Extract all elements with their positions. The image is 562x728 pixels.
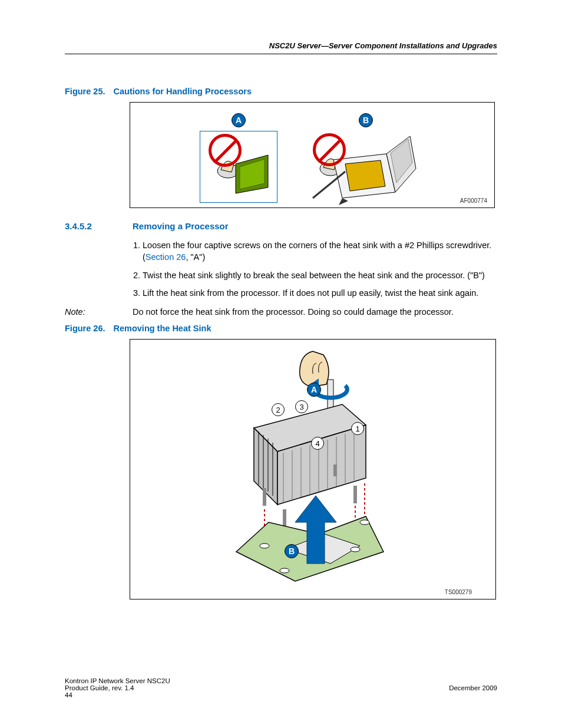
image-reference: TS000279 [445, 589, 472, 595]
footer-product: Kontron IP Network Server NSC2U [65, 677, 170, 684]
svg-point-41 [351, 547, 360, 552]
step-3: Lift the heat sink from the processor. I… [143, 287, 497, 299]
footer-page-number: 44 [65, 691, 170, 699]
svg-point-40 [280, 568, 289, 573]
prohibit-icon [313, 133, 346, 166]
panel-a-box [200, 131, 277, 203]
prohibit-icon [209, 134, 242, 167]
note-text: Do not force the heat sink from the proc… [133, 307, 454, 317]
running-header: NSC2U Server—Server Component Installati… [65, 41, 497, 54]
figure-label: Figure 26. [65, 324, 105, 333]
figure-25-caption: Figure 25. Cautions for Handling Process… [65, 87, 497, 96]
page-footer: Kontron IP Network Server NSC2U Product … [65, 677, 497, 699]
figure-title: Cautions for Handling Processors [114, 87, 252, 96]
svg-marker-9 [339, 198, 348, 205]
figure-25-panel-a: A [200, 113, 277, 203]
figure-26-caption: Figure 26. Removing the Heat Sink [65, 324, 497, 333]
step-1: Loosen the four captive screws on the co… [143, 239, 497, 263]
svg-point-42 [360, 520, 369, 525]
step-2: Twist the heat sink slightly to break th… [143, 269, 497, 281]
figure-25-panel-b: B [307, 113, 425, 210]
callout-b-icon: B [285, 544, 299, 558]
note: Note: Do not force the heat sink from th… [65, 307, 497, 317]
figure-title: Removing the Heat Sink [114, 324, 211, 333]
panel-b-box [307, 127, 425, 210]
section-number: 3.4.5.2 [65, 221, 121, 231]
figure-25: A B [130, 102, 495, 208]
section-heading: 3.4.5.2 Removing a Processor [65, 221, 497, 231]
procedure-list: Loosen the four captive screws on the co… [130, 239, 497, 299]
footer-date: December 2009 [449, 684, 497, 691]
figure-26: A 3 2 1 4 B TS000279 [130, 339, 496, 599]
callout-b-icon: B [359, 113, 373, 127]
callout-a-icon: A [307, 383, 321, 397]
callout-a-icon: A [232, 113, 246, 127]
note-label: Note: [65, 307, 133, 317]
image-reference: AF000774 [460, 197, 487, 204]
svg-marker-5 [345, 160, 385, 191]
heat-sink-removal-illustration [130, 340, 495, 599]
svg-rect-10 [328, 380, 333, 409]
section-26-link[interactable]: Section 26 [146, 252, 186, 262]
svg-point-39 [260, 543, 269, 548]
footer-guide: Product Guide, rev. 1.4 [65, 684, 170, 691]
figure-label: Figure 25. [65, 87, 105, 96]
section-title: Removing a Processor [133, 221, 229, 231]
